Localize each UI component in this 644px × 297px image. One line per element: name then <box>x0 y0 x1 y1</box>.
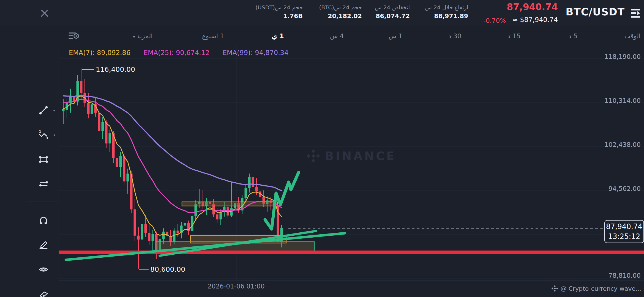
candle-body <box>119 156 122 167</box>
drawn-zone-box[interactable] <box>182 202 277 206</box>
candle-body <box>141 224 143 240</box>
candle-body <box>177 230 179 233</box>
candle-body <box>173 230 176 242</box>
candle-body <box>230 208 233 215</box>
candle-body <box>134 209 136 235</box>
candle-body <box>123 156 125 181</box>
candle-body <box>152 234 154 241</box>
candle-body <box>245 188 247 198</box>
candle-body <box>91 104 93 114</box>
ema99-legend: EMA(99): 94,870.34 <box>223 49 288 57</box>
current-price-tag: 87,940.74 13:25:12 <box>604 220 644 243</box>
candle-body <box>98 113 100 131</box>
price-axis-tick: 102,438.00 <box>580 141 641 148</box>
candle-body <box>144 224 147 233</box>
binance-chart-page: { "header": { "symbol": "BTC/USDT", "las… <box>0 0 644 297</box>
ema25-legend: EMA(25): 90,674.12 <box>144 49 209 57</box>
price-axis-tick: 118,190.00 <box>580 53 641 60</box>
price-axis-tick: 94,562.00 <box>580 185 641 192</box>
price-axis-tick: 78,810.00 <box>580 272 641 279</box>
candle-body <box>105 122 108 143</box>
candle-body <box>191 216 193 231</box>
candle-body <box>148 233 151 241</box>
current-price-value: 87,940.74 <box>606 222 642 232</box>
candle-body <box>87 103 90 114</box>
ema7-legend: EMA(7): 89,092.86 <box>69 49 130 57</box>
low-price-callout: 80,600.00 <box>150 265 185 273</box>
candle-body <box>184 223 186 226</box>
candle-body <box>216 215 219 219</box>
candle-body <box>80 81 83 93</box>
chart-canvas[interactable] <box>0 0 644 297</box>
candle-body <box>127 174 129 181</box>
candle-countdown: 13:25:12 <box>608 232 640 241</box>
candle-body <box>162 232 165 239</box>
candle-body <box>248 177 251 188</box>
candle-body <box>116 158 118 167</box>
indicator-legend[interactable]: EMA(7): 89,092.86 EMA(25): 90,674.12 EMA… <box>69 49 299 57</box>
candle-body <box>252 177 254 187</box>
ema-line-EMA(7) <box>63 96 282 237</box>
candle-body <box>255 187 258 191</box>
candle-body <box>220 212 222 219</box>
price-axis-tick: 110,314.00 <box>580 97 641 104</box>
candle-body <box>109 133 111 144</box>
high-price-callout: 116,400.00 <box>96 65 135 73</box>
candle-body <box>137 236 140 240</box>
candle-body <box>102 122 104 131</box>
